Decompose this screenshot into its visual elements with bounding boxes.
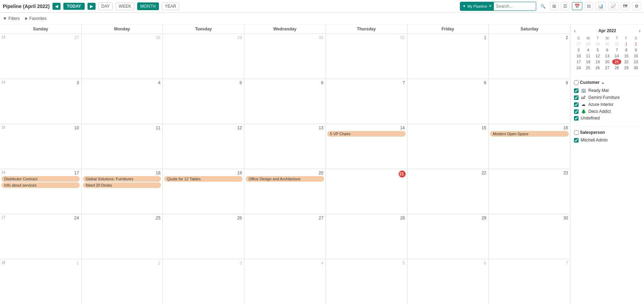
calendar-day-15[interactable]: 15 [407,124,489,169]
customer-item-checkbox[interactable] [574,102,579,107]
calendar-day-5[interactable]: 5 [326,259,407,304]
mini-cal-day[interactable]: 23 [631,59,640,65]
next-button[interactable]: ▶ [88,3,96,10]
calendar-day-11[interactable]: 11 [82,124,163,169]
mini-next-button[interactable]: › [639,28,640,34]
settings-icon[interactable]: ⚙ [632,2,641,10]
salesperson-checkbox[interactable] [574,130,579,135]
mini-cal-day[interactable]: 1 [622,41,631,47]
customer-item-checkbox[interactable] [574,116,579,121]
customer-item-checkbox[interactable] [574,88,579,93]
mini-cal-day[interactable]: 2 [631,41,640,47]
calendar-day-21[interactable]: 21 [326,169,407,214]
mini-cal-day[interactable]: 20 [603,59,612,65]
calendar-day-2[interactable]: 2 [489,34,570,79]
calendar-day-9[interactable]: 9 [489,79,570,124]
search-input[interactable] [494,3,536,9]
year-view-button[interactable]: YEAR [162,2,180,10]
favorites-button[interactable]: ★ Favorites [24,16,47,21]
mini-cal-day[interactable]: 14 [612,53,621,59]
mini-cal-day[interactable]: 30 [631,65,640,71]
calendar-day-28[interactable]: 28 [326,214,407,259]
prev-button[interactable]: ◀ [52,3,61,10]
calendar-day-31[interactable]: 31 [326,34,407,79]
calendar-event[interactable]: Modern Open Space [490,131,569,137]
mini-cal-day[interactable]: 27 [603,65,612,71]
calendar-day-29[interactable]: 29 [407,214,489,259]
calendar-event[interactable]: Global Solutions: Furnitures [83,176,161,182]
list-view-icon[interactable]: ☰ [561,2,570,10]
mini-cal-day[interactable]: 7 [612,47,621,53]
calendar-day-12[interactable]: 12 [163,124,244,169]
calendar-day-3[interactable]: 3 [163,259,244,304]
search-tag-close[interactable]: ✕ [489,4,492,8]
calendar-day-14[interactable]: 145 VP Chairs [326,124,407,169]
calendar-day-17[interactable]: 1617Distributor ContractInfo about servi… [0,169,82,214]
mini-cal-day[interactable]: 12 [593,53,602,59]
mini-cal-day[interactable]: 3 [574,47,583,53]
customer-item-checkbox[interactable] [574,109,579,114]
calendar-day-2[interactable]: 2 [82,259,163,304]
calendar-day-4[interactable]: 4 [82,79,163,124]
calendar-day-23[interactable]: 23 [489,169,570,214]
mini-cal-day[interactable]: 13 [603,53,612,59]
calendar-day-7[interactable]: 7 [326,79,407,124]
mini-cal-day[interactable]: 8 [622,47,631,53]
customer-item-checkbox[interactable] [574,95,579,100]
mini-cal-day[interactable]: 16 [631,53,640,59]
kanban-view-icon[interactable]: ⊞ [550,2,559,10]
calendar-day-30[interactable]: 30 [489,214,570,259]
mini-cal-day[interactable]: 17 [574,59,583,65]
search-icon[interactable]: 🔍 [538,3,548,9]
salesperson-item-checkbox[interactable] [574,138,579,143]
calendar-day-25[interactable]: 25 [82,214,163,259]
mini-cal-day[interactable]: 30 [603,41,612,47]
graph-bar-icon[interactable]: 📊 [595,2,606,10]
salesperson-filter-title[interactable]: Salesperson [574,130,640,135]
filters-button[interactable]: ▼ Filters [3,16,20,21]
mini-cal-day[interactable]: 28 [583,41,593,47]
calendar-day-8[interactable]: 8 [407,79,489,124]
calendar-day-6[interactable]: 6 [407,259,489,304]
mini-cal-day[interactable]: 28 [612,65,621,71]
calendar-day-1[interactable]: 181 [0,259,82,304]
mini-cal-day[interactable]: 26 [593,65,602,71]
calendar-event[interactable]: Quote for 12 Tables [164,176,243,182]
mini-cal-day[interactable]: 29 [593,41,602,47]
calendar-day-18[interactable]: 18Global Solutions: FurnituresNeed 20 De… [82,169,163,214]
calendar-day-28[interactable]: 28 [82,34,163,79]
calendar-day-13[interactable]: 13 [244,124,326,169]
customer-filter-title[interactable]: Customer ⌄ [574,80,640,85]
map-view-icon[interactable]: 🗺 [621,2,630,10]
calendar-day-3[interactable]: 143 [0,79,82,124]
mini-cal-day[interactable]: 9 [631,47,640,53]
calendar-day-26[interactable]: 26 [163,214,244,259]
today-button[interactable]: TODAY [63,3,85,10]
mini-cal-day[interactable]: 11 [583,53,593,59]
calendar-event[interactable]: Info about services [1,182,80,188]
mini-cal-day[interactable]: 27 [574,41,583,47]
calendar-day-20[interactable]: 20Office Design and Architecture [244,169,326,214]
pivot-view-icon[interactable]: ⊟ [584,2,593,10]
calendar-event[interactable]: Office Design and Architecture [246,176,324,182]
calendar-day-4[interactable]: 4 [244,259,326,304]
mini-cal-day[interactable]: 25 [583,65,593,71]
mini-cal-day[interactable]: 5 [593,47,602,53]
calendar-day-7[interactable]: 7 [489,259,570,304]
calendar-day-19[interactable]: 19Quote for 12 Tables [163,169,244,214]
calendar-day-6[interactable]: 6 [244,79,326,124]
calendar-day-27[interactable]: 1327 [0,34,82,79]
calendar-day-16[interactable]: 16Modern Open Space [489,124,570,169]
calendar-day-27[interactable]: 27 [244,214,326,259]
mini-cal-day[interactable]: 4 [583,47,593,53]
customer-checkbox[interactable] [574,80,579,85]
mini-cal-day[interactable]: 10 [574,53,583,59]
day-view-button[interactable]: DAY [98,2,113,10]
month-view-button[interactable]: MONTH [137,2,159,10]
calendar-day-10[interactable]: 1510 [0,124,82,169]
mini-cal-day[interactable]: 21 [612,59,621,65]
calendar-event[interactable]: 5 VP Chairs [327,131,406,137]
calendar-day-5[interactable]: 5 [163,79,244,124]
mini-cal-day[interactable]: 22 [622,59,631,65]
mini-cal-day[interactable]: 31 [612,41,621,47]
